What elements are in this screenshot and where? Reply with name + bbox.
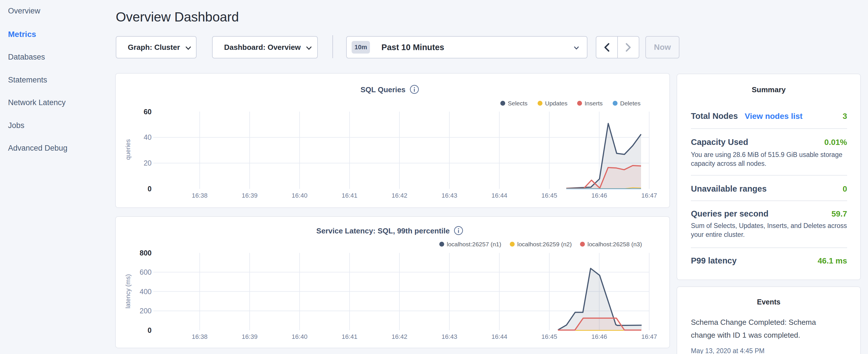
svg-text:16:44: 16:44 <box>492 333 507 340</box>
svg-text:0: 0 <box>148 185 152 193</box>
svg-text:16:45: 16:45 <box>541 333 557 340</box>
svg-text:16:38: 16:38 <box>192 192 208 199</box>
svg-text:16:38: 16:38 <box>192 333 208 340</box>
svg-text:queries: queries <box>124 139 131 160</box>
svg-text:40: 40 <box>144 133 152 141</box>
svg-text:16:47: 16:47 <box>641 192 657 199</box>
svg-text:16:40: 16:40 <box>292 192 308 199</box>
svg-text:16:44: 16:44 <box>492 192 507 199</box>
svg-text:16:45: 16:45 <box>541 192 557 199</box>
svg-text:16:43: 16:43 <box>442 333 457 340</box>
svg-text:16:46: 16:46 <box>591 333 607 340</box>
svg-text:16:41: 16:41 <box>342 333 358 340</box>
svg-text:800: 800 <box>140 249 152 257</box>
svg-text:16:46: 16:46 <box>591 192 607 199</box>
svg-text:200: 200 <box>140 307 152 315</box>
svg-text:16:47: 16:47 <box>641 333 657 340</box>
svg-text:16:39: 16:39 <box>242 192 258 199</box>
svg-text:0: 0 <box>148 326 152 334</box>
svg-text:16:43: 16:43 <box>442 192 457 199</box>
svg-text:60: 60 <box>144 108 152 116</box>
svg-text:16:41: 16:41 <box>342 192 358 199</box>
svg-text:20: 20 <box>144 159 152 167</box>
svg-text:400: 400 <box>140 288 152 296</box>
svg-text:16:42: 16:42 <box>392 333 407 340</box>
svg-text:16:39: 16:39 <box>242 333 258 340</box>
svg-text:16:40: 16:40 <box>292 333 308 340</box>
svg-text:latency (ms): latency (ms) <box>124 274 131 309</box>
svg-text:16:42: 16:42 <box>392 192 407 199</box>
svg-text:600: 600 <box>140 268 152 276</box>
